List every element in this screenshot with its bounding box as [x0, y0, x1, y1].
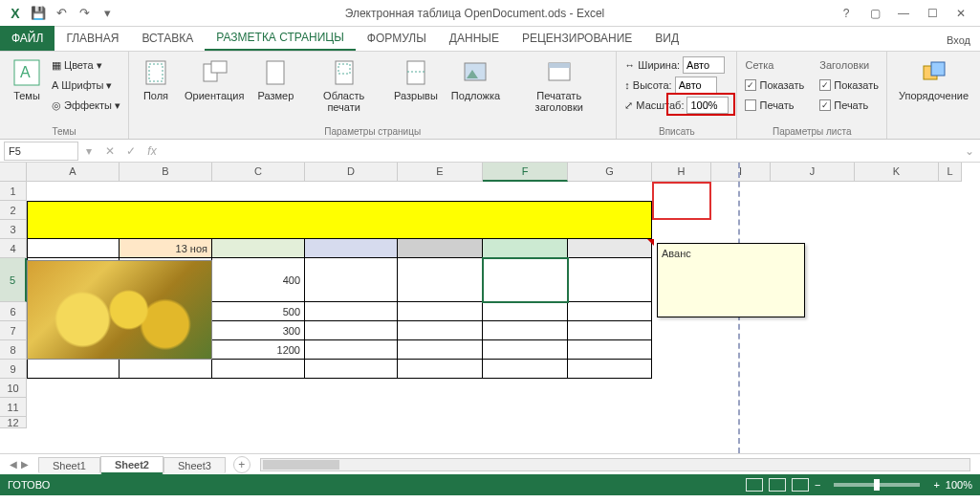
- signin-link[interactable]: Вход: [937, 30, 980, 51]
- row-header-12[interactable]: 12: [0, 417, 27, 428]
- cell-G8[interactable]: [568, 340, 652, 360]
- fx-icon[interactable]: fx: [142, 142, 163, 161]
- cell-F6[interactable]: [483, 302, 568, 321]
- cell-C9[interactable]: [212, 360, 305, 379]
- cell-E6[interactable]: [398, 302, 483, 321]
- row-header-5[interactable]: 5: [0, 258, 27, 302]
- redo-icon[interactable]: ↷: [76, 6, 92, 21]
- horizontal-scrollbar[interactable]: [260, 458, 970, 471]
- row-header-2[interactable]: 2: [0, 201, 27, 220]
- row-header-8[interactable]: 8: [0, 340, 27, 360]
- scale-input[interactable]: [686, 97, 729, 114]
- cell-A4[interactable]: [27, 239, 120, 258]
- cell-F9[interactable]: [483, 360, 568, 379]
- cell-C5[interactable]: 400: [212, 258, 305, 302]
- expand-formula-icon[interactable]: ⌄: [959, 142, 980, 161]
- cell-G5[interactable]: [568, 258, 652, 302]
- view-normal-icon[interactable]: [746, 478, 763, 492]
- comment-indicator[interactable]: [647, 239, 654, 246]
- row-headers[interactable]: 123456789101112: [0, 182, 27, 428]
- cell-D7[interactable]: [305, 321, 398, 340]
- cancel-icon[interactable]: ✕: [99, 142, 120, 161]
- col-header-F[interactable]: F: [483, 163, 568, 182]
- zoom-out-button[interactable]: −: [815, 479, 820, 491]
- cell-F8[interactable]: [483, 340, 568, 360]
- col-header-H[interactable]: H: [652, 163, 711, 182]
- print-titles-button[interactable]: Печатать заголовки: [510, 55, 608, 115]
- height-input[interactable]: [675, 77, 717, 94]
- cell-D6[interactable]: [305, 302, 398, 321]
- namebox-dropdown-icon[interactable]: ▾: [78, 142, 99, 161]
- tab-data[interactable]: ДАННЫЕ: [438, 26, 511, 51]
- tab-formulas[interactable]: ФОРМУЛЫ: [356, 26, 438, 51]
- orientation-button[interactable]: Ориентация: [181, 55, 248, 103]
- formula-input[interactable]: [163, 142, 959, 161]
- col-header-K[interactable]: K: [855, 163, 939, 182]
- worksheet-grid[interactable]: ABCDEFGHIJKL 123456789101112 13 ноя40050…: [0, 163, 980, 453]
- headings-view-checkbox[interactable]: [819, 79, 831, 91]
- minimize-icon[interactable]: —: [892, 4, 915, 23]
- cell-G4[interactable]: [568, 239, 652, 258]
- background-button[interactable]: Подложка: [447, 55, 504, 103]
- gridlines-print-checkbox[interactable]: [745, 99, 756, 111]
- cell-yellow-header[interactable]: [27, 201, 652, 239]
- name-box[interactable]: F5: [4, 142, 78, 161]
- help-icon[interactable]: ?: [835, 4, 858, 23]
- col-header-G[interactable]: G: [568, 163, 652, 182]
- tab-pagelayout[interactable]: РАЗМЕТКА СТРАНИЦЫ: [205, 26, 356, 51]
- width-input[interactable]: [683, 56, 725, 74]
- sheet-tab-3[interactable]: Sheet3: [163, 457, 226, 473]
- size-button[interactable]: Размер: [253, 55, 297, 103]
- row-header-1[interactable]: 1: [0, 182, 27, 201]
- headings-print-checkbox[interactable]: [819, 99, 831, 111]
- row-header-7[interactable]: 7: [0, 321, 27, 340]
- undo-icon[interactable]: ↶: [54, 6, 69, 21]
- cell-A9[interactable]: [27, 360, 120, 379]
- tab-view[interactable]: ВИД: [643, 26, 690, 51]
- cell-G9[interactable]: [568, 360, 652, 379]
- row-header-11[interactable]: 11: [0, 398, 27, 417]
- margins-button[interactable]: Поля: [137, 55, 175, 103]
- embedded-image[interactable]: [27, 260, 212, 360]
- col-header-C[interactable]: C: [212, 163, 305, 182]
- cell-B9[interactable]: [120, 360, 212, 379]
- view-pagelayout-icon[interactable]: [769, 478, 786, 492]
- row-header-10[interactable]: 10: [0, 379, 27, 398]
- zoom-slider[interactable]: [834, 483, 920, 487]
- maximize-icon[interactable]: ☐: [921, 4, 944, 23]
- row-header-9[interactable]: 9: [0, 360, 27, 379]
- cell-G7[interactable]: [568, 321, 652, 340]
- cell-E5[interactable]: [398, 258, 483, 302]
- zoom-in-button[interactable]: +: [933, 479, 939, 491]
- scrollbar-thumb[interactable]: [263, 460, 339, 470]
- close-icon[interactable]: ✕: [949, 4, 972, 23]
- arrange-button[interactable]: Упорядочение: [895, 55, 972, 103]
- cell-C8[interactable]: 1200: [212, 340, 305, 360]
- col-header-A[interactable]: A: [27, 163, 120, 182]
- cell-C6[interactable]: 500: [212, 302, 305, 321]
- cell-D4[interactable]: [305, 239, 398, 258]
- tab-review[interactable]: РЕЦЕНЗИРОВАНИЕ: [511, 26, 643, 51]
- theme-colors-button[interactable]: ▦Цвета▾: [52, 55, 120, 75]
- col-header-J[interactable]: J: [771, 163, 855, 182]
- cell-E9[interactable]: [398, 360, 483, 379]
- sheet-tab-2[interactable]: Sheet2: [100, 456, 163, 474]
- column-headers[interactable]: ABCDEFGHIJKL: [27, 163, 962, 182]
- tab-file[interactable]: ФАЙЛ: [0, 26, 54, 51]
- cell-E8[interactable]: [398, 340, 483, 360]
- breaks-button[interactable]: Разрывы: [390, 55, 442, 103]
- cell-D9[interactable]: [305, 360, 398, 379]
- cell-E4[interactable]: [398, 239, 483, 258]
- zoom-thumb[interactable]: [874, 479, 880, 491]
- cell-C4[interactable]: [212, 239, 305, 258]
- select-all-button[interactable]: [0, 163, 27, 182]
- qat-customize-icon[interactable]: ▾: [99, 6, 115, 21]
- col-header-D[interactable]: D: [305, 163, 398, 182]
- row-header-6[interactable]: 6: [0, 302, 27, 321]
- comment-box[interactable]: Аванс: [657, 243, 805, 317]
- cell-E7[interactable]: [398, 321, 483, 340]
- print-area-button[interactable]: Область печати: [303, 55, 384, 115]
- tab-insert[interactable]: ВСТАВКА: [130, 26, 205, 51]
- save-icon[interactable]: 💾: [31, 6, 46, 21]
- row-header-4[interactable]: 4: [0, 239, 27, 258]
